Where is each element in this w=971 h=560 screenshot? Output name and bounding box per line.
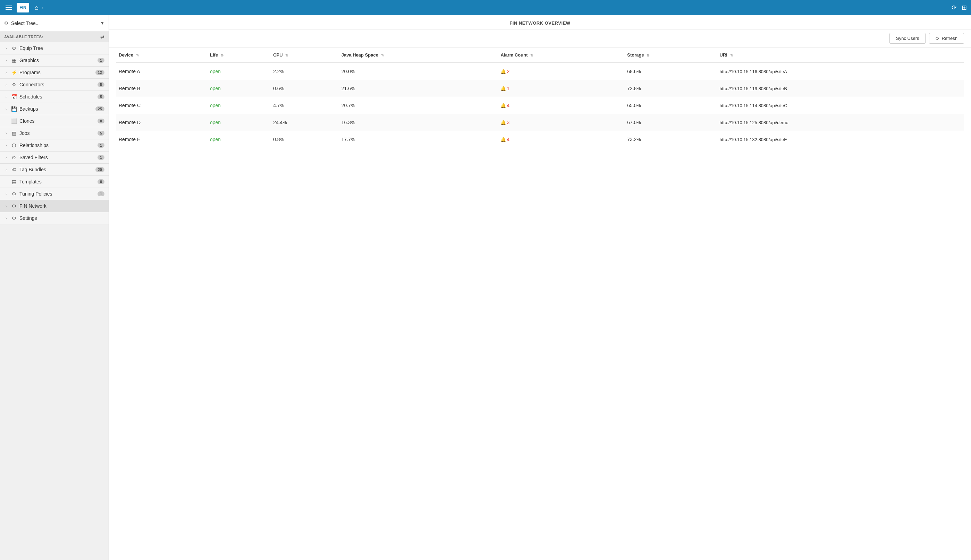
uri-text: http://10.10.15.114:8080/api/siteC [720,103,787,108]
sidebar-item-fin-network[interactable]: ›⚙FIN Network [0,200,109,212]
sidebar-chevron-icon: › [5,156,9,160]
sort-icon: ⇅ [221,53,224,57]
sidebar-item-jobs[interactable]: ›▤Jobs5 [0,127,109,139]
sidebar-item-graphics[interactable]: ›▦Graphics1 [0,55,109,67]
cell-cpu: 24.4% [270,114,339,131]
sidebar-item-relationships[interactable]: ›⬡Relationships1 [0,139,109,152]
alarm-count: 🔔1 [500,86,622,91]
col-header-storage[interactable]: Storage ⇅ [624,48,717,63]
bell-icon: 🔔 [500,137,506,142]
cell-heap: 20.7% [339,97,498,114]
cell-storage: 67.0% [624,114,717,131]
cell-storage: 72.8% [624,80,717,97]
sidebar-item-saved-filters[interactable]: ›⊙Saved Filters1 [0,152,109,164]
col-header-device[interactable]: Device ⇅ [116,48,207,63]
sidebar-item-badge: 5 [97,82,104,87]
sidebar-item-icon: ⬡ [11,143,17,148]
sidebar-item-icon: ⚙ [11,215,17,221]
device-name: Remote C [119,103,140,108]
logo-box: FIN [17,3,29,12]
sidebar-item-badge: 1 [97,192,104,196]
sidebar-item-badge: 5 [97,131,104,136]
sidebar-item-label: Connectors [19,82,97,87]
content-header: FIN NETWORK OVERVIEW [109,15,971,30]
sidebar-item-icon: ⚙ [11,203,17,209]
cell-life: open [207,97,270,114]
bell-icon: 🔔 [500,120,506,125]
bell-icon: 🔔 [500,103,506,108]
available-trees-refresh-icon[interactable]: ⇄ [100,34,104,40]
col-header-life[interactable]: Life ⇅ [207,48,270,63]
refresh-label: Refresh [941,36,958,41]
sidebar-item-equip-tree[interactable]: ›⚙Equip Tree [0,42,109,55]
grid-icon[interactable]: ⊞ [962,4,967,12]
sort-icon: ⇅ [647,53,649,57]
col-header-alarm[interactable]: Alarm Count ⇅ [498,48,624,63]
col-header-uri[interactable]: URI ⇅ [717,48,964,63]
table-row: Remote Bopen0.6%21.6%🔔172.8%http://10.10… [116,80,964,97]
cell-heap: 20.0% [339,63,498,80]
sidebar-item-badge: 25 [95,107,104,111]
col-header-cpu[interactable]: CPU ⇅ [270,48,339,63]
cell-alarm: 🔔3 [498,114,624,131]
table-row: Remote Eopen0.8%17.7%🔔473.2%http://10.10… [116,131,964,148]
cell-alarm: 🔔1 [498,80,624,97]
sidebar-item-icon: 📅 [11,94,17,100]
menu-icon[interactable] [4,4,13,11]
sidebar-item-label: Saved Filters [19,155,97,160]
cell-storage: 68.6% [624,63,717,80]
cell-uri: http://10.10.15.125:8080/api/demo [717,114,964,131]
sidebar-item-label: FIN Network [19,203,104,209]
sort-icon: ⇅ [730,53,733,57]
sidebar-item-clones[interactable]: ⬜Clones0 [0,115,109,127]
sidebar-item-settings[interactable]: ›⚙Settings [0,212,109,224]
sidebar-item-label: Templates [19,179,97,185]
cell-heap: 21.6% [339,80,498,97]
alarm-count: 🔔4 [500,103,622,108]
cell-device: Remote B [116,80,207,97]
alarm-number: 4 [507,137,510,142]
sidebar-item-icon: ⚙ [11,82,17,87]
home-icon[interactable]: ⌂ [35,4,38,12]
sidebar-item-tag-bundles[interactable]: ›🏷Tag Bundles20 [0,164,109,176]
alarm-count: 🔔4 [500,137,622,142]
sync-users-label: Sync Users [896,36,919,41]
sidebar-chevron-icon: › [5,107,9,111]
refresh-button[interactable]: ⟳ Refresh [929,33,964,44]
life-status: open [210,103,221,108]
sidebar-item-label: Jobs [19,130,97,136]
table-row: Remote Copen4.7%20.7%🔔465.0%http://10.10… [116,97,964,114]
sidebar-item-backups[interactable]: ›💾Backups25 [0,103,109,115]
col-header-heap[interactable]: Java Heap Space ⇅ [339,48,498,63]
sidebar-item-icon: ⚡ [11,70,17,75]
dropdown-chevron-icon: ▼ [100,21,104,26]
uri-text: http://10.10.15.132:8080/api/siteE [720,137,787,142]
sidebar-item-templates[interactable]: ▤Templates0 [0,176,109,188]
sidebar-item-programs[interactable]: ›⚡Programs12 [0,67,109,79]
sidebar-item-badge: 1 [97,58,104,63]
sidebar-chevron-icon: › [5,132,9,135]
cell-alarm: 🔔4 [498,131,624,148]
sidebar-chevron-icon: › [5,192,9,196]
sync-users-button[interactable]: Sync Users [889,33,926,44]
sidebar-item-label: Schedules [19,94,97,100]
sort-icon: ⇅ [530,53,533,57]
select-tree-dropdown[interactable]: Select Tree... [11,20,97,26]
sidebar-chevron-icon: › [5,95,9,99]
cell-device: Remote E [116,131,207,148]
sidebar-item-label: Backups [19,106,95,112]
sidebar-item-connectors[interactable]: ›⚙Connectors5 [0,79,109,91]
sidebar-item-schedules[interactable]: ›📅Schedules5 [0,91,109,103]
content-title: FIN NETWORK OVERVIEW [510,20,570,26]
sidebar-item-label: Relationships [19,143,97,148]
sidebar: ⚙ Select Tree... ▼ AVAILABLE TREES: ⇄ ›⚙… [0,15,109,560]
alarm-number: 1 [507,86,510,91]
refresh-icon[interactable]: ⟳ [952,4,957,12]
topbar: FIN ⌂ › ⟳ ⊞ [0,0,971,15]
cell-storage: 73.2% [624,131,717,148]
sidebar-chevron-icon: › [5,143,9,147]
select-tree-bar[interactable]: ⚙ Select Tree... ▼ [0,15,109,31]
device-name: Remote B [119,86,140,91]
sidebar-item-tuning-policies[interactable]: ›⚙Tuning Policies1 [0,188,109,200]
life-status: open [210,120,221,125]
